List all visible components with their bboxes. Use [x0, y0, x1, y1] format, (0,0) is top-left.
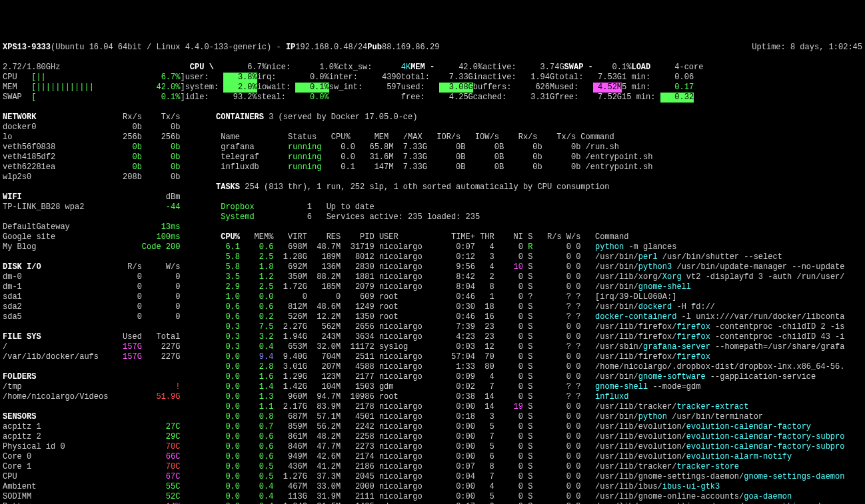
process-row[interactable]: 0.0 1.6 1.29G 123M 2177 nicolargo 0:09 4… — [216, 372, 862, 382]
container-row: influxdb running 0.1 147M 7.33G 0B 0B 0b… — [216, 162, 862, 172]
process-row[interactable]: 0.6 0.6 812M 48.6M 1249 root 0:30 18 0 S… — [216, 302, 862, 312]
diskio-row: sda5 0 0 — [3, 312, 203, 322]
process-row[interactable]: 0.3 0.4 653M 32.0M 11172 syslog 0:03 12 … — [216, 342, 862, 352]
fs-row: /var/lib/docker/aufs 157G 227G — [3, 352, 203, 362]
sensor-row: Ambient 55C — [3, 482, 203, 492]
containers-header: CONTAINERS — [216, 113, 264, 122]
network-header: NETWORK — [3, 113, 108, 122]
process-header: CPU% MEM% VIRT RES PID USER TIME+ THR NI… — [216, 232, 862, 242]
swap-header: SWAP - — [564, 63, 603, 73]
process-row[interactable]: 0.0 1.4 1.42G 104M 1503 gdm 0:02 7 0 S ?… — [216, 382, 862, 392]
pub-label: Pub — [367, 43, 382, 53]
amp-row: Dropbox 1 Up to date — [216, 202, 862, 212]
sensor-row: acpitz 2 29C — [3, 432, 203, 442]
process-row[interactable]: 0.0 0.6 949M 42.6M 2174 nicolargo 0:00 6… — [216, 452, 862, 462]
process-row[interactable]: 1.0 0.0 0 0 609 root 0:46 1 0 ? ? ? [irq… — [216, 292, 862, 302]
tasks-header: TASKS — [216, 182, 240, 192]
process-row[interactable]: 0.0 0.8 687M 57.1M 4501 nicolargo 0:18 3… — [216, 412, 862, 422]
process-row[interactable]: 6.1 0.6 698M 48.7M 31719 nicolargo 0:07 … — [216, 242, 862, 252]
process-row[interactable]: 5.8 2.5 1.28G 189M 8012 nicolargo 0:12 3… — [216, 252, 862, 262]
cpu-freq: 2.72/1.80GHz — [3, 63, 190, 73]
network-row: veth4185df2 0b 0b — [3, 152, 203, 162]
load-header: LOAD — [631, 63, 670, 73]
os-info: (Ubuntu 16.04 64bit / Linux 4.4.0-133-ge… — [51, 43, 271, 53]
network-row: wlp2s0 208b 0b — [3, 172, 203, 182]
ping-row: My Blog Code 200 — [3, 242, 203, 252]
process-row[interactable]: 0.3 7.5 2.27G 562M 2656 nicolargo 7:39 2… — [216, 322, 862, 332]
process-row[interactable]: 0.0 9.4 9.40G 704M 2511 nicolargo 57:04 … — [216, 352, 862, 362]
process-row[interactable]: 0.0 0.6 861M 48.2M 2258 nicolargo 0:00 7… — [216, 432, 862, 442]
diskio-row: dm-0 0 0 — [3, 272, 203, 282]
process-row[interactable]: 0.0 1.1 2.17G 83.9M 2178 nicolargo 0:00 … — [216, 402, 862, 412]
sensor-row: Core 1 70C — [3, 462, 203, 472]
process-row[interactable]: 0.0 0.6 846M 47.7M 2273 nicolargo 0:00 5… — [216, 442, 862, 452]
mem-bar: [|||||||||||| — [31, 83, 147, 93]
cpu-bar: [|| — [31, 73, 147, 83]
cpu-total: 6.7% — [228, 63, 267, 73]
cpu-header: CPU \ — [190, 63, 229, 73]
wifi-header: WIFI — [3, 192, 147, 202]
process-row[interactable]: 0.0 2.8 3.01G 207M 4588 nicolargo 1:33 8… — [216, 362, 862, 372]
container-row: grafana running 0.0 65.8M 7.33G 0B 0B 0b… — [216, 142, 862, 152]
wifi-ssid: TP-LINK_BB28 wpa2 — [3, 202, 147, 212]
sensor-row: acpitz 1 27C — [3, 422, 203, 432]
sensors-header: SENSORS — [3, 412, 36, 421]
fs-header: FILE SYS — [3, 332, 108, 342]
network-row: lo 256b 256b — [3, 132, 203, 142]
process-row[interactable]: 0.0 1.3 960M 94.7M 10986 root 0:38 14 0 … — [216, 392, 862, 402]
process-row[interactable]: 2.9 2.5 1.72G 185M 2079 nicolargo 8:04 8… — [216, 282, 862, 292]
ip-value: 192.168.0.48/24 — [295, 43, 367, 53]
diskio-row: sda1 0 0 — [3, 292, 203, 302]
pub-value: 88.169.86.29 — [382, 43, 439, 53]
process-row[interactable]: 0.3 3.2 1.94G 243M 3634 nicolargo 4:23 2… — [216, 332, 862, 342]
process-row[interactable]: 0.0 0.5 1.27G 37.3M 2045 nicolargo 0:04 … — [216, 472, 862, 482]
ping-row: DefaultGateway 13ms — [3, 222, 203, 232]
containers-cols: Name Status CPU% MEM /MAX IOR/s IOW/s Rx… — [216, 132, 862, 142]
sensor-row: SODIMM 52C — [3, 492, 203, 502]
diskio-row: sda2 0 0 — [3, 302, 203, 312]
folder-row: /tmp ! — [3, 382, 203, 392]
process-row[interactable]: 5.8 1.8 692M 136M 2830 nicolargo 9:56 4 … — [216, 262, 862, 272]
folder-row: /home/nicolargo/Videos 51.9G — [3, 392, 203, 402]
container-row: telegraf running 0.0 31.6M 7.33G 0B 0B 0… — [216, 152, 862, 162]
process-row[interactable]: 0.0 0.4 113G 31.9M 2111 nicolargo 0:00 5… — [216, 492, 862, 502]
network-row: docker0 0b 0b — [3, 123, 203, 132]
sensor-row: Physical id 0 70C — [3, 442, 203, 452]
process-row[interactable]: 0.6 0.2 526M 12.2M 1350 root 0:46 16 0 S… — [216, 312, 862, 322]
diskio-row: dm-1 0 0 — [3, 282, 203, 292]
network-row: veth62281ea 0b 0b — [3, 162, 203, 172]
ip-label: IP — [286, 43, 295, 53]
swap-bar: [ — [31, 93, 147, 103]
folders-header: FOLDERS — [3, 372, 36, 381]
process-row[interactable]: 0.0 0.5 436M 41.2M 2186 nicolargo 0:07 8… — [216, 462, 862, 472]
process-row[interactable]: 0.0 0.4 467M 33.0M 2000 nicolargo 0:00 4… — [216, 482, 862, 492]
sensor-row: Core 0 66C — [3, 452, 203, 462]
amp-row: Systemd 6 Services active: 235 loaded: 2… — [216, 212, 862, 222]
mem-header: MEM - — [411, 63, 449, 73]
uptime: Uptime: 8 days, 1:02:45 — [752, 43, 862, 53]
sensor-row: CPU 67C — [3, 472, 203, 482]
fs-row: / 157G 227G — [3, 342, 203, 352]
process-row[interactable]: 3.5 1.2 350M 88.2M 1881 nicolargo 8:42 2… — [216, 272, 862, 282]
diskio-header: DISK I/O — [3, 262, 108, 272]
ping-row: Google site 100ms — [3, 232, 203, 242]
network-row: veth56f0838 0b 0b — [3, 142, 203, 152]
process-row[interactable]: 0.0 0.7 859M 56.2M 2242 nicolargo 0:00 5… — [216, 422, 862, 432]
hostname: XPS13-9333 — [3, 43, 51, 53]
